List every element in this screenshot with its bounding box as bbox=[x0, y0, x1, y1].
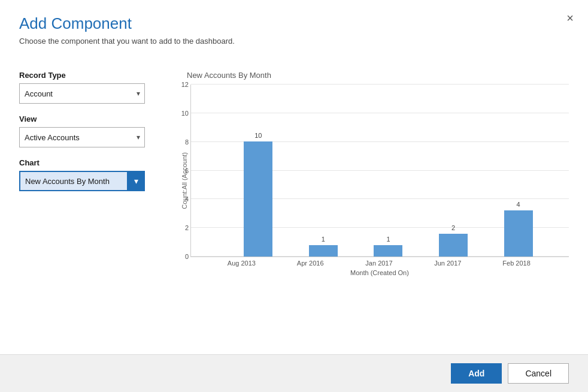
dialog-header: Add Component Choose the component that … bbox=[0, 0, 588, 53]
add-button[interactable]: Add bbox=[451, 363, 502, 384]
x-axis-tick-label: Apr 2016 bbox=[286, 260, 334, 267]
bar-wrapper: 1 bbox=[374, 236, 402, 257]
chart-field-group: Chart New Accounts By Month Accounts by … bbox=[19, 158, 163, 191]
record-type-select-wrapper: Account Contact Lead Opportunity ▾ bbox=[19, 83, 145, 104]
dialog-title: Add Component bbox=[19, 14, 569, 33]
chart-select[interactable]: New Accounts By Month Accounts by Indust… bbox=[19, 171, 145, 191]
record-type-select[interactable]: Account Contact Lead Opportunity bbox=[19, 83, 145, 104]
bar-value-label: 1 bbox=[386, 236, 390, 243]
left-panel: Record Type Account Contact Lead Opportu… bbox=[19, 65, 163, 348]
bar bbox=[504, 210, 533, 257]
x-axis: Aug 2013Apr 2016Jan 2017Jun 2017Feb 2018 bbox=[190, 257, 569, 267]
x-axis-tick-label: Jun 2017 bbox=[424, 260, 472, 267]
view-select[interactable]: Active Accounts All Accounts My Accounts bbox=[19, 127, 145, 147]
x-axis-title: Month (Created On) bbox=[190, 269, 569, 276]
bar-wrapper: 2 bbox=[439, 224, 468, 257]
record-type-label: Record Type bbox=[19, 71, 163, 80]
chart-plot: 024681012101124 bbox=[190, 85, 569, 257]
x-axis-tick-label: Jan 2017 bbox=[355, 260, 403, 267]
bar-value-label: 10 bbox=[254, 132, 262, 139]
bar bbox=[244, 141, 272, 257]
bar-wrapper: 1 bbox=[309, 236, 338, 257]
bar-wrapper: 10 bbox=[244, 132, 272, 257]
bar bbox=[439, 234, 468, 257]
chart-label: Chart bbox=[19, 158, 163, 167]
view-label: View bbox=[19, 114, 163, 123]
dialog-subtitle: Choose the component that you want to ad… bbox=[19, 37, 569, 46]
bar-value-label: 2 bbox=[451, 224, 455, 231]
chart-container: Count:All (Account) 024681012101124 Aug … bbox=[181, 85, 569, 276]
view-select-wrapper: Active Accounts All Accounts My Accounts… bbox=[19, 127, 145, 147]
record-type-field-group: Record Type Account Contact Lead Opportu… bbox=[19, 71, 163, 104]
chart-inner: 024681012101124 Aug 2013Apr 2016Jan 2017… bbox=[190, 85, 569, 276]
add-component-dialog: Add Component Choose the component that … bbox=[0, 0, 588, 392]
x-axis-tick-label: Aug 2013 bbox=[217, 260, 265, 267]
right-panel: New Accounts By Month Count:All (Account… bbox=[181, 65, 569, 348]
view-field-group: View Active Accounts All Accounts My Acc… bbox=[19, 114, 163, 147]
close-button[interactable]: × bbox=[566, 12, 574, 24]
chart-select-wrapper: New Accounts By Month Accounts by Indust… bbox=[19, 171, 145, 191]
dialog-body: Record Type Account Contact Lead Opportu… bbox=[0, 53, 588, 354]
cancel-button[interactable]: Cancel bbox=[508, 363, 569, 384]
dialog-footer: Add Cancel bbox=[0, 354, 588, 392]
bar bbox=[374, 245, 402, 257]
bar-value-label: 1 bbox=[322, 236, 325, 243]
bar bbox=[309, 245, 338, 257]
x-axis-tick-label: Feb 2018 bbox=[493, 260, 541, 267]
chart-title: New Accounts By Month bbox=[181, 71, 569, 80]
bar-wrapper: 4 bbox=[504, 201, 533, 257]
bar-value-label: 4 bbox=[517, 201, 520, 208]
